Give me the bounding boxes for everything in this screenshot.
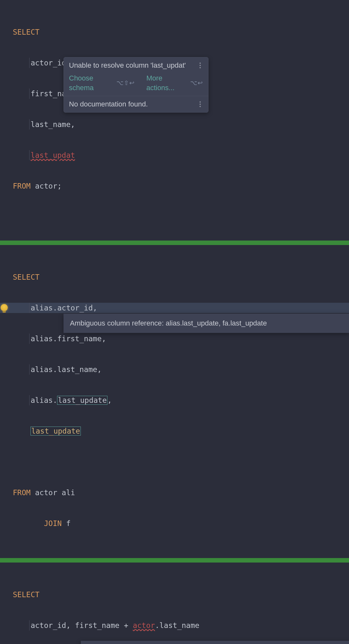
warning-tooltip: Ambiguous column reference: alias.last_u… (64, 314, 349, 333)
select-expr: actor_id, first_name + (30, 621, 133, 630)
keyword-from: FROM (13, 488, 30, 497)
kebab-icon[interactable] (197, 63, 203, 68)
ambiguous-column-warn[interactable]: last_update (30, 427, 81, 436)
kebab-icon[interactable] (197, 101, 203, 107)
shortcut-hint: ⌥↩ (190, 78, 203, 88)
code-panel-2: SELECT alias.actor_id, alias.first_name,… (0, 245, 349, 558)
column-prefix: alias. (30, 396, 57, 404)
column-error[interactable]: last_updat (30, 151, 75, 159)
code-block[interactable]: SELECT alias.actor_id, alias.first_name,… (13, 251, 349, 549)
keyword-select: SELECT (13, 28, 39, 36)
column-name: alias.last_name, (30, 365, 102, 374)
from-clause: actor ali (35, 488, 75, 497)
keyword-join: JOIN (44, 519, 62, 528)
keyword-select: SELECT (13, 590, 39, 599)
lightbulb-icon[interactable] (1, 304, 8, 311)
code-panel-3: SELECT actor_id, first_name + actor.last… (0, 563, 349, 644)
column-name: alias.actor_id, (30, 304, 97, 312)
keyword-select: SELECT (13, 273, 39, 281)
keyword-from: FROM (13, 182, 30, 190)
code-panel-1: SELECT actor_id, first_name, last_name, … (0, 0, 349, 241)
identifier-error[interactable]: actor (133, 621, 155, 630)
choose-schema-action[interactable]: Choose schema (69, 73, 112, 93)
highlighted-token: last_update (57, 396, 107, 405)
warning-tooltip: Subquery item 'last_update' is never use… (81, 641, 349, 644)
column-name: alias.first_name, (30, 335, 106, 343)
no-documentation: No documentation found. (69, 99, 148, 109)
error-message: Unable to resolve column 'last_updat' (69, 61, 186, 70)
shortcut-hint: ⌥⇧↩ (116, 78, 135, 88)
table-name: actor (35, 182, 57, 190)
more-actions[interactable]: More actions... (146, 73, 186, 93)
error-popup[interactable]: Unable to resolve column 'last_updat' Ch… (64, 57, 209, 113)
join-clause: f (66, 519, 71, 528)
column-name: last_name, (30, 120, 75, 129)
panel-divider (0, 241, 349, 245)
panel-divider (0, 558, 349, 563)
code-block[interactable]: SELECT actor_id, first_name + actor.last… (13, 569, 349, 644)
